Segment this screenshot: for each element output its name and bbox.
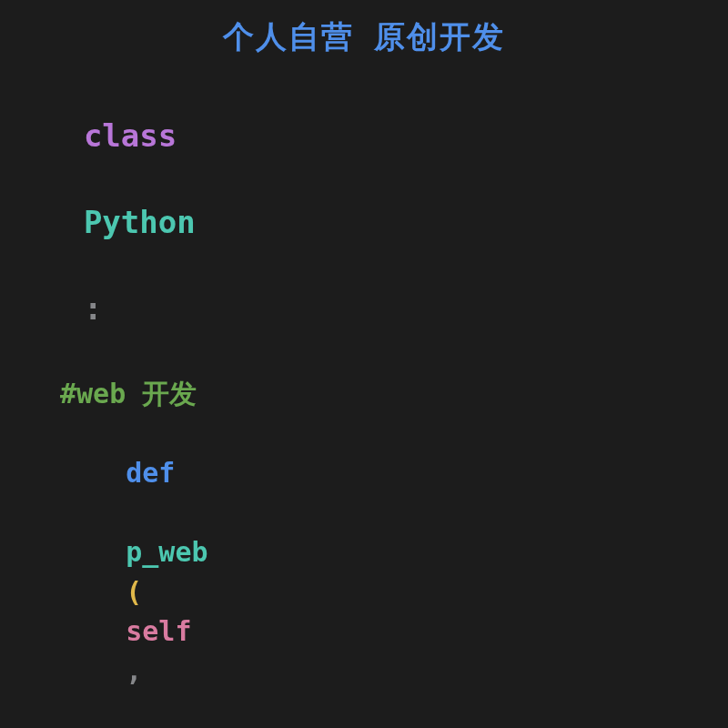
space [126, 497, 142, 529]
poster-title: 个人自营 原创开发 [9, 16, 719, 58]
space [84, 247, 102, 283]
code-line-def: def p_web ( self , demand ) : [9, 414, 719, 728]
func-name: p_web [126, 536, 207, 568]
paren-open: ( [126, 576, 142, 608]
code-line-class: class Python : [9, 71, 719, 374]
code-line-comment-web: #web 开发 [9, 374, 719, 414]
keyword-class: class [84, 117, 177, 154]
code-poster: 个人自营 原创开发 class Python : #web 开发 def p_w… [0, 0, 728, 728]
comma: , [126, 655, 142, 687]
colon: : [84, 290, 102, 327]
class-name: Python [84, 204, 196, 240]
space [126, 694, 142, 726]
space [84, 160, 102, 197]
keyword-def: def [126, 457, 175, 489]
param-self: self [126, 615, 191, 647]
